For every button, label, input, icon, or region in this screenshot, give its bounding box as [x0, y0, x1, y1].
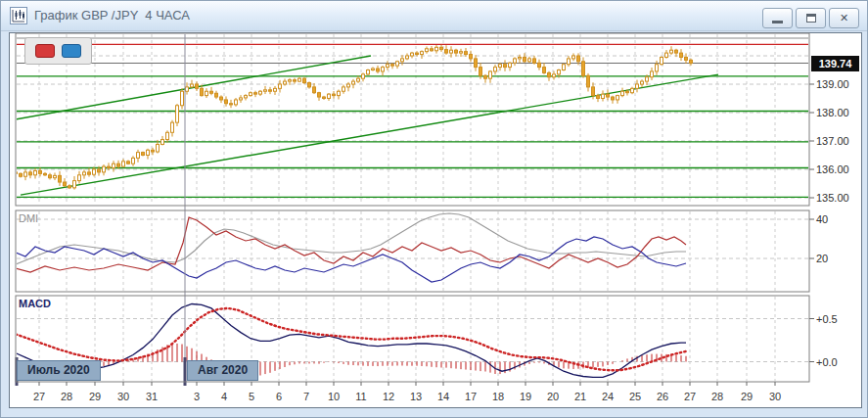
dmi-panel-label: DMI [19, 212, 38, 224]
x-axis-label: 4 [221, 391, 227, 402]
x-axis-label: 17 [465, 391, 477, 402]
x-axis-label: 29 [741, 391, 753, 402]
x-axis-label: 28 [711, 391, 723, 402]
x-axis-label: 6 [276, 391, 282, 402]
panel-border [16, 210, 809, 292]
x-axis-label: 28 [61, 391, 72, 402]
x-axis-label: 29 [89, 391, 101, 402]
x-axis-label: 13 [410, 391, 422, 402]
macd-panel-label: MACD [19, 298, 51, 309]
price-axis-label: 136.00 [816, 163, 849, 175]
axis-ticks [39, 84, 814, 386]
chart-window: График GBP /JPY 4 ЧАСА ✕ DMI MACD 139.74… [0, 0, 868, 418]
x-axis-label: 21 [574, 391, 586, 402]
dmi-axis-label: 20 [816, 253, 828, 264]
dmi-axis-label: 40 [816, 213, 828, 225]
price-axis-label: 135.00 [816, 192, 849, 204]
grid-lines [17, 34, 808, 381]
toolbar-red-button[interactable] [35, 44, 55, 58]
x-axis-label: 24 [602, 391, 614, 402]
price-axis-label: 139.00 [816, 78, 849, 90]
current-price-badge: 139.74 [811, 56, 859, 71]
x-axis-label: 27 [684, 391, 696, 402]
dmi-plus-di-line [16, 217, 686, 272]
x-axis-label: 12 [383, 391, 394, 402]
macd-signal-line [16, 308, 686, 370]
macd-series [16, 304, 686, 378]
x-axis-label: 27 [33, 391, 45, 402]
x-axis-label: 5 [249, 391, 254, 402]
chart-plot-area[interactable] [1, 1, 868, 418]
dmi-lines [16, 213, 686, 282]
x-axis-label: 11 [355, 391, 366, 402]
price-axis-label: 138.00 [816, 107, 849, 118]
x-axis-label: 25 [629, 391, 641, 402]
x-axis-label: 20 [547, 391, 559, 402]
x-axis-label: 3 [194, 391, 200, 402]
macd-axis-label: +0.0 [816, 356, 838, 368]
dmi-adx-line [16, 213, 686, 264]
x-axis-label: 18 [492, 391, 504, 402]
trendline [16, 56, 371, 119]
month-label: Авг 2020 [187, 360, 258, 381]
x-axis-label: 26 [657, 391, 668, 402]
trendline [21, 74, 718, 195]
x-axis-label: 7 [303, 391, 309, 402]
month-label: Июль 2020 [17, 360, 101, 381]
chart-toolbar [24, 37, 92, 65]
x-axis-label: 30 [769, 391, 781, 402]
x-axis-label: 30 [117, 391, 129, 402]
macd-axis-label: +0.5 [816, 313, 838, 325]
x-axis-label: 10 [328, 391, 340, 402]
toolbar-blue-button[interactable] [62, 44, 81, 58]
x-axis-label: 31 [146, 391, 158, 402]
price-axis-label: 137.00 [816, 135, 849, 147]
x-axis-label: 14 [437, 391, 449, 402]
x-axis-label: 19 [520, 391, 531, 402]
